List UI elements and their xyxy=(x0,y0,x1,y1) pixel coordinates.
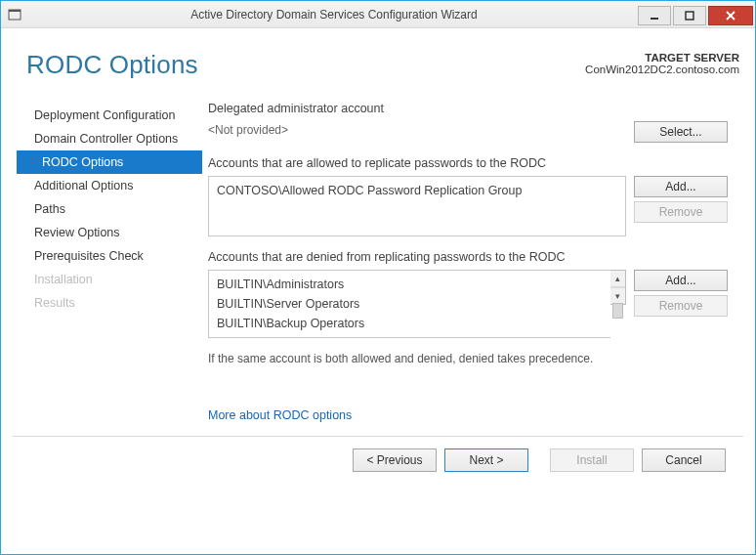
maximize-button[interactable] xyxy=(673,6,706,25)
target-server-name: ConWin2012DC2.contoso.com xyxy=(585,64,739,75)
cancel-button[interactable]: Cancel xyxy=(642,448,726,472)
close-button[interactable] xyxy=(708,6,753,25)
list-item[interactable]: CONTOSO\Allowed RODC Password Replicatio… xyxy=(217,181,617,200)
scroll-down-icon[interactable]: ▾ xyxy=(610,287,625,304)
allowed-accounts-label: Accounts that are allowed to replicate p… xyxy=(208,156,728,170)
wizard-footer: < Previous Next > Install Cancel xyxy=(13,436,743,484)
scroll-thumb[interactable] xyxy=(612,303,623,319)
allowed-accounts-list[interactable]: CONTOSO\Allowed RODC Password Replicatio… xyxy=(208,176,626,236)
app-icon xyxy=(7,7,22,22)
delegated-admin-value: <Not provided> xyxy=(208,121,634,137)
select-button[interactable]: Select... xyxy=(634,121,728,143)
svg-rect-3 xyxy=(686,12,693,20)
list-item[interactable]: BUILTIN\Administrators xyxy=(217,275,603,294)
next-button[interactable]: Next > xyxy=(444,448,528,472)
allowed-remove-button: Remove xyxy=(634,201,728,223)
nav-domain-controller-options[interactable]: Domain Controller Options xyxy=(17,127,202,150)
denied-remove-button: Remove xyxy=(634,295,728,317)
allowed-add-button[interactable]: Add... xyxy=(634,176,728,197)
target-server-block: TARGET SERVER ConWin2012DC2.contoso.com xyxy=(585,52,739,75)
precedence-hint: If the same account is both allowed and … xyxy=(208,352,728,365)
list-item[interactable]: BUILTIN\Server Operators xyxy=(217,294,603,314)
denied-accounts-label: Accounts that are denied from replicatin… xyxy=(208,250,728,264)
svg-rect-1 xyxy=(9,10,21,12)
nav-paths[interactable]: Paths xyxy=(17,197,202,221)
more-about-rodc-link[interactable]: More about RODC options xyxy=(208,408,352,422)
nav-review-options[interactable]: Review Options xyxy=(17,221,202,244)
target-server-label: TARGET SERVER xyxy=(585,52,739,64)
nav-rodc-options[interactable]: RODC Options xyxy=(17,150,202,174)
titlebar: Active Directory Domain Services Configu… xyxy=(1,1,755,28)
denied-scrollbar[interactable]: ▴ ▾ xyxy=(610,270,626,305)
delegated-admin-label: Delegated administrator account xyxy=(208,102,728,115)
nav-prerequisites-check[interactable]: Prerequisites Check xyxy=(17,244,202,268)
nav-deployment-configuration[interactable]: Deployment Configuration xyxy=(17,104,202,127)
window-title: Active Directory Domain Services Configu… xyxy=(30,8,638,21)
page-title: RODC Options xyxy=(26,50,198,80)
list-item[interactable]: BUILTIN\Backup Operators xyxy=(217,314,603,333)
nav-results: Results xyxy=(17,291,202,315)
minimize-button[interactable] xyxy=(638,6,671,25)
denied-add-button[interactable]: Add... xyxy=(634,270,728,291)
install-button: Install xyxy=(550,448,634,472)
scroll-up-icon[interactable]: ▴ xyxy=(610,271,625,287)
wizard-nav: Deployment Configuration Domain Controll… xyxy=(17,102,202,422)
denied-accounts-list[interactable]: BUILTIN\Administrators BUILTIN\Server Op… xyxy=(208,270,610,338)
previous-button[interactable]: < Previous xyxy=(353,448,437,472)
nav-additional-options[interactable]: Additional Options xyxy=(17,174,202,197)
nav-installation: Installation xyxy=(17,268,202,291)
